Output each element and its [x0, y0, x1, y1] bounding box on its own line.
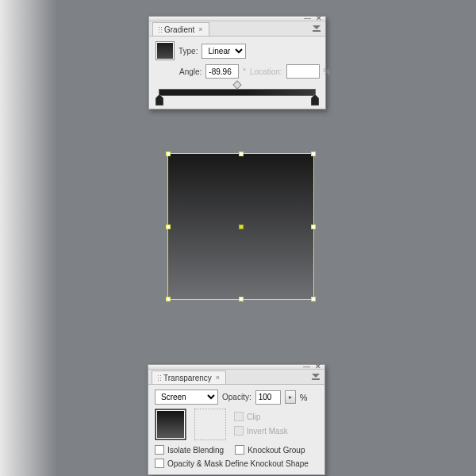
canvas-selection-rect[interactable]	[168, 154, 313, 299]
transparency-body: Screen Opacity: ▸ % Clip Invert Mask	[148, 385, 324, 474]
panel-menu-icon[interactable]	[312, 25, 321, 33]
resize-handle-icon[interactable]	[166, 152, 171, 156]
opacity-mask-knockout-checkbox[interactable]: Opacity & Mask Define Knockout Shape	[155, 459, 309, 468]
checkbox-icon[interactable]	[155, 445, 164, 455]
checkbox-icon	[234, 412, 244, 421]
type-select[interactable]: Linear	[202, 44, 246, 59]
gradient-slider[interactable]	[155, 83, 319, 102]
resize-handle-icon[interactable]	[311, 225, 316, 229]
grip-icon	[158, 26, 162, 33]
resize-handle-icon[interactable]	[311, 152, 316, 156]
color-stop-left[interactable]	[155, 94, 163, 106]
color-stop-right[interactable]	[311, 94, 319, 106]
isolate-label: Isolate Blending	[167, 446, 224, 455]
object-thumb[interactable]	[155, 409, 186, 440]
tab-gradient[interactable]: Gradient ×	[152, 22, 209, 36]
clip-checkbox: Clip	[234, 412, 288, 421]
checkbox-icon[interactable]	[155, 459, 164, 468]
resize-handle-icon[interactable]	[166, 225, 171, 229]
panel-menu-icon[interactable]	[311, 373, 321, 381]
tab-bar: Transparency ×	[148, 370, 324, 385]
clip-label: Clip	[247, 413, 260, 421]
knockout-group-checkbox[interactable]: Knockout Group	[235, 445, 305, 455]
type-label: Type:	[178, 47, 198, 56]
gradient-bar[interactable]	[159, 89, 316, 96]
knockout-label: Knockout Group	[248, 446, 305, 455]
checkbox-icon[interactable]	[235, 445, 244, 455]
invert-label: Invert Mask	[247, 427, 288, 436]
gradient-body: Type: Linear Angle: ° Location: %	[149, 36, 325, 109]
opmask-label: Opacity & Mask Define Knockout Shape	[167, 459, 309, 468]
resize-handle-icon[interactable]	[239, 297, 244, 301]
tab-close-icon[interactable]: ×	[216, 374, 220, 382]
opacity-label: Opacity:	[222, 393, 251, 401]
tab-label: Gradient	[164, 25, 194, 34]
resize-handle-icon[interactable]	[311, 297, 316, 301]
isolate-blending-checkbox[interactable]: Isolate Blending	[155, 445, 224, 455]
grip-icon	[157, 374, 161, 382]
opacity-stepper-icon[interactable]: ▸	[285, 390, 296, 404]
opacity-input[interactable]	[255, 390, 281, 405]
resize-handle-icon[interactable]	[166, 297, 171, 301]
tab-label: Transparency	[163, 374, 212, 382]
checkbox-icon	[234, 426, 244, 436]
percent-label: %	[324, 67, 331, 76]
gradient-panel: — ✕ Gradient × Type: Linear Angle: ° Loc…	[148, 16, 326, 109]
tab-bar: Gradient ×	[149, 21, 325, 36]
transparency-panel: — ✕ Transparency × Screen Opacity: ▸ %	[148, 364, 325, 475]
percent-label: %	[300, 393, 308, 402]
angle-input[interactable]	[205, 64, 239, 79]
angle-label: Angle:	[179, 67, 202, 76]
svg-rect-0	[313, 30, 321, 32]
gradient-swatch[interactable]	[155, 41, 175, 60]
tab-close-icon[interactable]: ×	[198, 25, 202, 33]
tab-transparency[interactable]: Transparency ×	[152, 370, 226, 384]
location-label: Location:	[250, 67, 282, 76]
invert-mask-checkbox: Invert Mask	[234, 426, 288, 436]
midpoint-handle-icon[interactable]	[232, 80, 241, 89]
svg-rect-1	[312, 378, 320, 380]
location-input	[286, 64, 320, 79]
center-handle-icon[interactable]	[239, 225, 244, 229]
resize-handle-icon[interactable]	[239, 152, 244, 156]
blend-mode-select[interactable]: Screen	[155, 390, 218, 405]
mask-thumb-slot[interactable]	[194, 409, 226, 440]
degree-icon: °	[243, 67, 246, 75]
